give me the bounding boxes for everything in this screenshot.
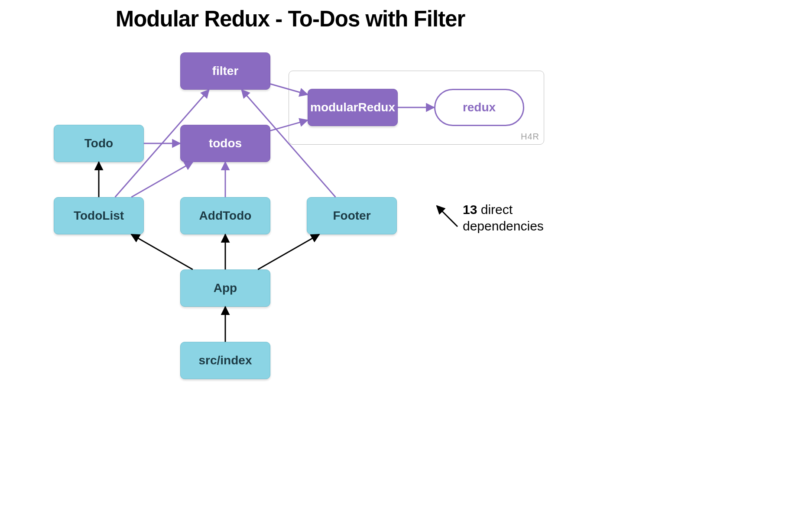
edge-todoList-to-todos [131,162,193,197]
dependency-count-number: 13 [463,202,477,217]
node-label: Footer [333,209,370,223]
node-src-index: src/index [180,342,270,379]
dependency-count-text2: dependencies [463,219,544,233]
node-label: redux [463,101,496,114]
dependency-count-annotation: 13 direct dependencies [463,201,544,234]
node-todos: todos [180,125,270,162]
node-footer: Footer [307,197,397,234]
node-todo: Todo [54,125,144,162]
node-add-todo: AddTodo [180,197,270,234]
group-label: H4R [521,132,539,142]
node-redux: redux [434,89,524,126]
diagram-canvas: H4R filter todos modularRedux redux Todo… [0,0,792,532]
edge-app-to-todoList [131,234,193,269]
node-label: App [214,281,237,295]
node-filter: filter [180,52,270,90]
annotation-pointer-arrow [437,206,458,227]
dependency-count-text1: direct [477,202,513,217]
node-label: src/index [199,354,252,367]
node-label: AddTodo [199,209,252,223]
node-todo-list: TodoList [54,197,144,234]
node-label: TodoList [74,209,124,223]
node-label: filter [212,64,239,78]
edge-app-to-footer [258,234,319,269]
node-label: modularRedux [310,101,395,114]
node-app: App [180,269,270,307]
node-modular-redux: modularRedux [308,89,398,126]
node-label: todos [209,136,242,150]
node-label: Todo [84,136,113,150]
